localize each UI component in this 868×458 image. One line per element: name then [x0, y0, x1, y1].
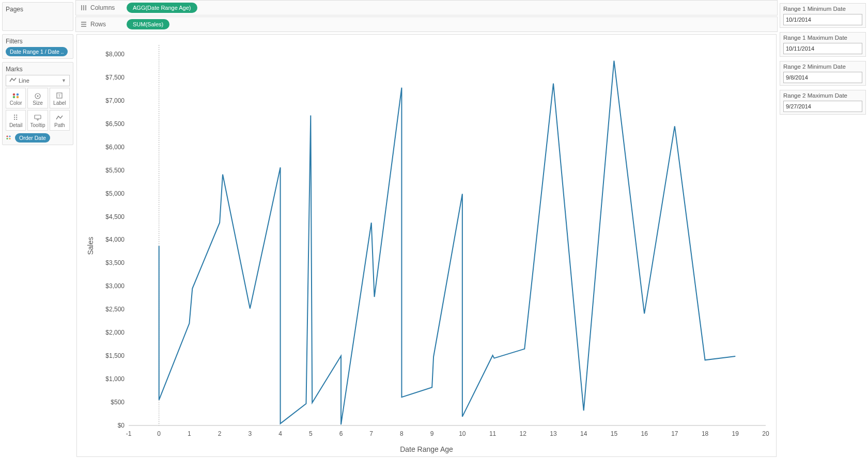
svg-text:$4,500: $4,500 — [105, 213, 125, 220]
marks-type-select[interactable]: Line ▼ — [6, 75, 70, 86]
x-axis-label: Date Range Age — [400, 445, 453, 453]
svg-text:$1,000: $1,000 — [105, 375, 125, 383]
svg-text:19: 19 — [732, 430, 739, 437]
svg-point-0 — [12, 93, 15, 96]
path-icon — [56, 113, 63, 122]
svg-rect-16 — [81, 22, 86, 23]
svg-rect-15 — [85, 5, 86, 10]
pages-title: Pages — [6, 5, 70, 15]
filter-pill[interactable]: Date Range 1 / Date .. — [6, 47, 68, 56]
marks-card: Marks Line ▼ Colo — [2, 62, 73, 145]
svg-rect-8 — [35, 115, 41, 119]
svg-point-12 — [9, 138, 10, 139]
marks-tooltip-button[interactable]: Tooltip — [27, 110, 48, 131]
marks-size-button[interactable]: Size — [27, 88, 48, 108]
svg-text:$8,000: $8,000 — [105, 51, 125, 58]
svg-rect-18 — [81, 26, 86, 27]
svg-text:3: 3 — [249, 430, 252, 437]
svg-text:15: 15 — [611, 430, 618, 437]
rows-pill[interactable]: SUM(Sales) — [127, 19, 169, 29]
svg-text:5: 5 — [309, 430, 313, 437]
detail-icon: ⠿ — [13, 113, 19, 122]
svg-point-10 — [9, 135, 10, 137]
tooltip-icon — [34, 113, 41, 122]
chevron-down-icon: ▼ — [61, 78, 66, 83]
svg-text:$6,500: $6,500 — [105, 120, 125, 128]
columns-shelf[interactable]: Columns AGG(Date Range Age) — [75, 0, 778, 15]
svg-text:$6,000: $6,000 — [105, 144, 125, 151]
columns-icon — [79, 4, 88, 11]
svg-point-1 — [16, 93, 19, 96]
param-block: Range 2 Maximum Date — [780, 90, 866, 115]
param-label: Range 1 Minimum Date — [783, 6, 862, 12]
svg-text:$0: $0 — [118, 422, 125, 429]
svg-text:$3,500: $3,500 — [105, 259, 125, 266]
svg-text:7: 7 — [369, 430, 373, 437]
size-icon — [34, 91, 42, 100]
svg-text:14: 14 — [580, 430, 587, 437]
label-icon: T — [56, 91, 63, 100]
svg-text:13: 13 — [550, 430, 557, 437]
svg-text:12: 12 — [520, 430, 527, 437]
svg-text:$3,000: $3,000 — [105, 282, 125, 290]
marks-color-pill[interactable]: Order Date — [15, 133, 50, 143]
rows-shelf[interactable]: Rows SUM(Sales) — [75, 17, 778, 32]
rows-label: Rows — [90, 21, 127, 28]
svg-rect-14 — [83, 5, 84, 10]
color-assign-icon — [6, 134, 13, 141]
param-block: Range 1 Maximum Date — [780, 32, 866, 57]
svg-text:$2,000: $2,000 — [105, 329, 125, 336]
svg-text:-1: -1 — [126, 430, 132, 437]
param-label: Range 1 Maximum Date — [783, 35, 862, 41]
svg-point-11 — [6, 138, 8, 139]
pages-card: Pages — [2, 2, 73, 31]
svg-text:20: 20 — [762, 430, 769, 437]
param-input[interactable] — [783, 101, 862, 112]
svg-text:10: 10 — [459, 430, 466, 437]
marks-color-button[interactable]: Color — [6, 88, 26, 108]
param-label: Range 2 Maximum Date — [783, 92, 862, 99]
line-icon — [9, 77, 17, 84]
rows-icon — [79, 21, 88, 28]
color-icon — [12, 91, 20, 100]
param-block: Range 1 Minimum Date — [780, 3, 866, 28]
svg-text:T: T — [58, 93, 61, 98]
svg-text:11: 11 — [489, 430, 497, 437]
svg-text:$5,000: $5,000 — [105, 190, 125, 197]
svg-rect-13 — [81, 5, 82, 10]
svg-text:$7,500: $7,500 — [105, 74, 125, 81]
svg-text:$500: $500 — [111, 399, 125, 406]
svg-point-5 — [37, 95, 38, 97]
filters-title: Filters — [6, 37, 70, 47]
svg-text:17: 17 — [671, 430, 678, 437]
y-axis-label: Sales — [86, 236, 95, 255]
svg-text:$5,500: $5,500 — [105, 167, 125, 174]
param-input[interactable] — [783, 14, 862, 25]
svg-text:$2,500: $2,500 — [105, 306, 125, 313]
svg-text:$7,000: $7,000 — [105, 97, 125, 104]
line-chart: $0$500$1,000$1,500$2,000$2,500$3,000$3,5… — [77, 35, 776, 456]
param-block: Range 2 Minimum Date — [780, 61, 866, 86]
svg-point-3 — [16, 96, 19, 98]
svg-point-9 — [6, 135, 8, 137]
svg-text:8: 8 — [400, 430, 404, 437]
svg-text:9: 9 — [430, 430, 434, 437]
columns-label: Columns — [90, 4, 127, 11]
columns-pill[interactable]: AGG(Date Range Age) — [127, 3, 197, 13]
param-input[interactable] — [783, 43, 862, 54]
svg-rect-17 — [81, 24, 86, 25]
svg-text:2: 2 — [218, 430, 222, 437]
svg-text:18: 18 — [702, 430, 709, 437]
svg-text:0: 0 — [157, 430, 161, 437]
marks-detail-button[interactable]: ⠿ Detail — [6, 110, 26, 131]
param-label: Range 2 Minimum Date — [783, 64, 862, 70]
marks-label-button[interactable]: T Label — [50, 88, 70, 108]
svg-text:6: 6 — [339, 430, 343, 437]
marks-title: Marks — [6, 65, 70, 75]
marks-path-button[interactable]: Path — [50, 110, 70, 131]
svg-point-2 — [12, 96, 15, 98]
filters-card: Filters Date Range 1 / Date .. — [2, 34, 73, 59]
param-input[interactable] — [783, 72, 862, 83]
svg-text:4: 4 — [278, 430, 282, 437]
chart-view[interactable]: $0$500$1,000$1,500$2,000$2,500$3,000$3,5… — [76, 34, 777, 457]
